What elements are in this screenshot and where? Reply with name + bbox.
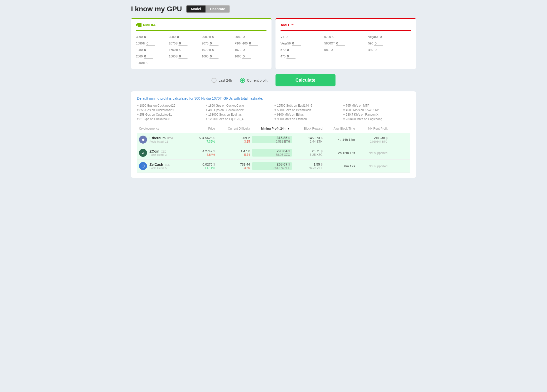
gpu-item: 1070Ti: [202, 48, 234, 52]
gpu-section: NVIDIA 3090 3080 2080Ti 2080 1080Ti 2070…: [131, 18, 416, 69]
gpu-item: 5600XT: [324, 41, 367, 46]
difficulty-cell: 3.69 P 3.15: [217, 136, 252, 143]
gpu-item: 1660: [235, 54, 267, 59]
price-change: 7.39%: [194, 140, 215, 143]
model-toggle-btn[interactable]: Model: [186, 5, 206, 12]
gpu-input[interactable]: [144, 35, 153, 39]
hashrate-dot: [137, 118, 138, 120]
hashrate-text: 1860 Gps on CuckooCycle: [208, 104, 244, 107]
eth-icon: ◆: [139, 136, 147, 144]
hashrate-item: 4500 Mh/s on KAWPOW: [343, 108, 410, 112]
sort-arrow-icon: ▼: [287, 127, 290, 130]
gpu-label: 1060: [202, 55, 208, 58]
avg-block-time-cell: 2h 12m 16s: [324, 151, 357, 155]
price-dollar: $: [213, 150, 215, 153]
profit-main: 315.85 $: [254, 136, 290, 140]
gpu-input[interactable]: [212, 35, 221, 39]
hashrate-item: 855 Gps on Cuckarooz29: [137, 108, 204, 112]
gpu-input[interactable]: [332, 35, 341, 39]
gpu-input[interactable]: [286, 48, 296, 52]
gpu-input[interactable]: [144, 54, 153, 59]
gpu-label: 5600XT: [324, 42, 335, 45]
gpu-input[interactable]: [330, 48, 339, 52]
avg-block-time-cell: 4d 14h 14m: [324, 138, 357, 142]
th-nh-rent: NH Rent Profit: [357, 126, 390, 131]
coin-name: ZCoin: [150, 149, 160, 153]
gpu-input[interactable]: [242, 48, 251, 52]
hashrate-dot: [343, 105, 345, 106]
hashrate-dot: [137, 114, 138, 115]
gpu-input[interactable]: [379, 35, 388, 39]
hashrate-dot: [206, 114, 207, 115]
pools-listed: Pools listed: 5: [150, 167, 170, 170]
hashrate-dot: [137, 109, 138, 111]
hashrate-item: 480 Gps on CuckooCortex: [206, 108, 272, 112]
gpu-item: 3080: [169, 35, 201, 39]
gpu-input[interactable]: [292, 41, 301, 46]
current-profit-option[interactable]: Current profit: [240, 78, 268, 83]
gpu-input[interactable]: [242, 54, 251, 59]
gpu-input[interactable]: [144, 48, 153, 52]
nh-rent-cell: -385.48 $ -0.020544 BTC: [357, 136, 390, 143]
block-reward-cell: 1450.73 $ 2.44 ETH: [292, 136, 324, 143]
calculate-button[interactable]: Calculate: [276, 74, 336, 86]
gpu-item: 580: [324, 48, 367, 52]
gpu-input[interactable]: [178, 41, 188, 46]
gpu-input[interactable]: [212, 48, 221, 52]
gpu-input[interactable]: [374, 41, 383, 46]
hashrate-item: 1860 Gps on CuckooCycle: [206, 104, 272, 107]
gpu-label: 3080: [169, 35, 176, 39]
current-profit-radio[interactable]: [240, 78, 245, 83]
last24h-option[interactable]: Last 24h: [212, 78, 232, 83]
zcoin-icon: Z: [139, 149, 147, 157]
mode-toggle[interactable]: Model Hashrate: [186, 5, 230, 13]
gpu-input[interactable]: [249, 41, 258, 46]
hashrate-dot: [343, 118, 345, 120]
gpu-label: 570: [280, 48, 286, 52]
coin-ticker: XZC: [161, 150, 166, 153]
avg-block-time-cell: 8m 19s: [324, 164, 357, 168]
gpu-input[interactable]: [286, 54, 296, 59]
coin-name-cell: ◆ Ethereum ETH Pools listed: 11: [137, 136, 192, 144]
gpu-item: 2060: [136, 54, 168, 59]
gpu-input[interactable]: [285, 35, 294, 39]
table-row: ⬡ ZelCash ZEL Pools listed: 5 0.0276 $ 1…: [137, 160, 410, 173]
gpu-input[interactable]: [146, 61, 155, 65]
profit-sub: 9730.74 ZEL: [254, 166, 290, 170]
gpu-label: 3090: [136, 35, 143, 39]
gpu-input[interactable]: [178, 54, 188, 59]
block-reward-sub: 2.44 ETH: [294, 140, 322, 143]
hashrate-text: 9300 Mh/s on Ethash: [277, 113, 305, 116]
price-main: 594.5625 $: [194, 136, 215, 140]
gpu-label: 2070: [202, 42, 208, 45]
gpu-label: 590: [368, 42, 373, 45]
coin-name-row: Ethereum ETH: [150, 136, 173, 140]
gpu-input[interactable]: [374, 48, 383, 52]
hashrate-dot: [274, 118, 276, 120]
gpu-input[interactable]: [146, 41, 155, 46]
hashrate-item: 138000 Sol/s on Equihash: [206, 113, 272, 116]
gpu-input[interactable]: [242, 35, 251, 39]
gpu-input[interactable]: [336, 41, 345, 46]
gpu-label: 1050Ti: [136, 61, 145, 65]
amd-logo: AMD ™: [280, 23, 411, 27]
gpu-input[interactable]: [176, 35, 186, 39]
gpu-input[interactable]: [210, 41, 218, 46]
gpu-item: 1660Ti: [169, 48, 201, 52]
hashrate-toggle-btn[interactable]: Hashrate: [206, 5, 230, 12]
nh-btc: -0.020544 BTC: [359, 140, 388, 143]
amd-gpu-grid: VII 5700 Vega64 Vega56 5600XT 590 570 58…: [280, 35, 411, 59]
gpu-input[interactable]: [210, 54, 218, 59]
hashrate-text: 81 Gps on Cuckatoo32: [140, 117, 170, 121]
gpu-input[interactable]: [179, 48, 188, 52]
last24h-radio[interactable]: [212, 78, 216, 83]
gpu-label: 580: [324, 48, 329, 52]
hashrate-text: 795 Mh/s on MTP: [346, 104, 370, 107]
avg-block-time-value: 2h 12m 16s: [338, 151, 355, 155]
hashrate-item: 81 Gps on Cuckatoo32: [137, 117, 204, 121]
th-profit[interactable]: Mining Profit 24h ▼: [252, 126, 292, 131]
price-main: 4.2742 $: [194, 149, 215, 153]
hashrate-item: 230.7 Kh/s on RandomX: [343, 113, 410, 116]
coin-ticker: ETH: [167, 137, 173, 140]
table-row: ◆ Ethereum ETH Pools listed: 11 594.5625…: [137, 133, 410, 146]
